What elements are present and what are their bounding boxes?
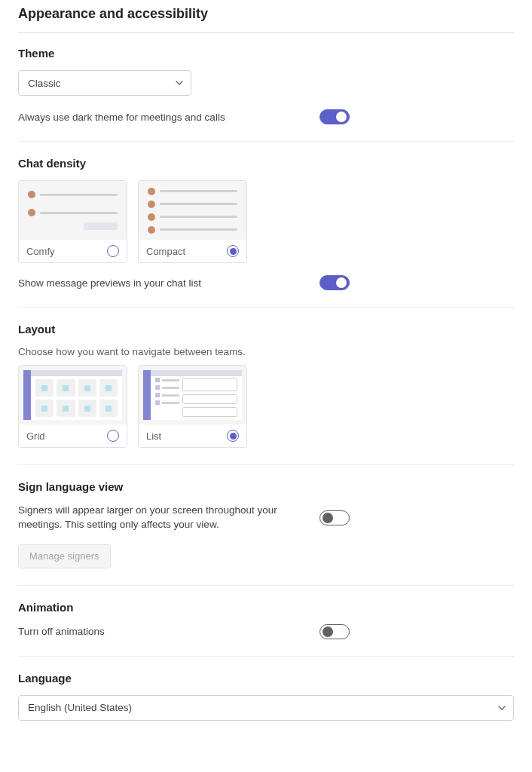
density-option-comfy[interactable]: Comfy: [18, 180, 127, 263]
theme-select-value: Classic: [18, 70, 191, 96]
dark-meetings-row: Always use dark theme for meetings and c…: [18, 109, 514, 124]
layout-title: Layout: [18, 323, 514, 335]
theme-section: Theme Classic Always use dark theme for …: [18, 47, 514, 142]
animation-section: Animation Turn off animations: [18, 601, 514, 657]
message-previews-label: Show message previews in your chat list: [18, 277, 297, 289]
dark-meetings-label: Always use dark theme for meetings and c…: [18, 112, 297, 123]
density-option-compact[interactable]: Compact: [138, 180, 247, 263]
comfy-radio: [107, 245, 119, 257]
compact-label: Compact: [146, 246, 185, 257]
message-previews-row: Show message previews in your chat list: [18, 275, 514, 290]
comfy-preview: [19, 181, 127, 240]
sign-language-section: Sign language view Signers will appear l…: [18, 480, 514, 586]
sign-language-title: Sign language view: [18, 480, 514, 493]
compact-footer: Compact: [139, 240, 246, 262]
animation-label: Turn off animations: [18, 626, 297, 637]
list-label: List: [146, 430, 161, 442]
chat-density-section: Chat density Comfy: [18, 157, 514, 308]
chevron-down-icon: [175, 78, 184, 87]
sign-language-row: Signers will appear larger on your scree…: [18, 504, 514, 532]
comfy-label: Comfy: [26, 246, 55, 257]
animation-row: Turn off animations: [18, 624, 514, 639]
layout-option-grid[interactable]: Grid: [18, 365, 127, 448]
grid-label: Grid: [26, 430, 45, 442]
language-select-value: English (United States): [18, 695, 514, 721]
layout-option-list[interactable]: List: [138, 365, 247, 448]
page-title: Appearance and accessibility: [18, 0, 514, 33]
theme-title: Theme: [18, 47, 514, 60]
sign-language-desc: Signers will appear larger on your scree…: [18, 504, 297, 532]
grid-preview: [19, 366, 127, 424]
list-footer: List: [139, 424, 246, 447]
chevron-down-icon: [497, 703, 506, 712]
compact-preview: [139, 181, 246, 240]
message-previews-toggle[interactable]: [320, 275, 350, 290]
layout-section: Layout Choose how you want to navigate b…: [18, 323, 514, 465]
layout-desc: Choose how you want to navigate between …: [18, 346, 514, 357]
manage-signers-button[interactable]: Manage signers: [18, 544, 111, 568]
compact-radio: [227, 245, 239, 257]
list-radio: [227, 430, 239, 442]
layout-options: Grid: [18, 365, 514, 448]
language-select[interactable]: English (United States): [18, 695, 514, 721]
density-options: Comfy Compact: [18, 180, 514, 263]
animation-toggle[interactable]: [320, 624, 350, 639]
theme-select[interactable]: Classic: [18, 70, 191, 96]
comfy-footer: Comfy: [19, 240, 127, 262]
list-preview: [139, 366, 246, 424]
grid-footer: Grid: [19, 424, 127, 447]
animation-title: Animation: [18, 601, 514, 614]
dark-meetings-toggle[interactable]: [320, 109, 350, 124]
sign-language-toggle[interactable]: [320, 510, 350, 525]
language-title: Language: [18, 672, 514, 685]
grid-radio: [107, 430, 119, 442]
chat-density-title: Chat density: [18, 157, 514, 170]
language-section: Language English (United States): [18, 672, 514, 721]
